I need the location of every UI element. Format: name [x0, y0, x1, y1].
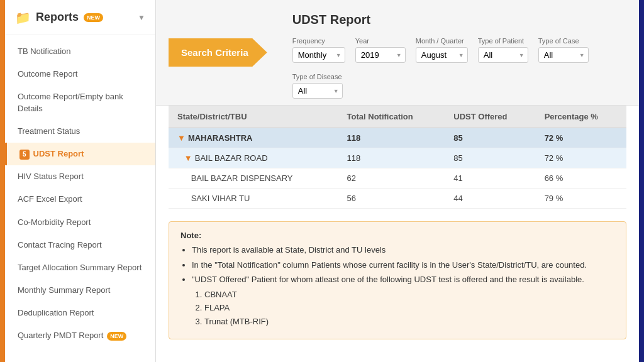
report-title: UDST Report [292, 13, 626, 27]
type-case-select-wrapper: All [538, 47, 589, 63]
note-list: This report is available at State, Distr… [180, 244, 614, 327]
sidebar-item-quarterly-pmdt-report[interactable]: Quarterly PMDT ReportNEW [5, 324, 155, 347]
note-sub-point-1: FLAPA [204, 302, 614, 314]
right-accent [639, 0, 644, 362]
table-cell-pct: 72 % [536, 148, 626, 168]
search-criteria-container: Search Criteria [156, 0, 280, 105]
frequency-select-wrapper: MonthlyQuarterlyAnnual [292, 47, 345, 63]
type-case-label: Type of Case [538, 37, 589, 45]
month-label: Month / Quarter [416, 37, 468, 45]
sidebar-title: Reports [36, 11, 79, 24]
frequency-label: Frequency [292, 37, 345, 45]
filter-type-disease: Type of Disease All [292, 73, 343, 99]
month-select-wrapper: JanuaryFebruaryMarchAprilMayJuneJulyAugu… [416, 47, 468, 63]
table-header: State/District/TBUTotal NotificationUDST… [169, 106, 626, 128]
sidebar-item-contact-tracing-report[interactable]: Contact Tracing Report [5, 234, 155, 256]
sidebar: 📁 Reports NEW ▼ TB NotificationOutcome R… [5, 0, 156, 362]
table-cell-total: 118 [338, 148, 445, 168]
table-col-percentage--: Percentage % [536, 106, 626, 128]
main-content: Search Criteria UDST Report Frequency Mo… [156, 0, 639, 362]
note-sub-point-2: Trunat (MTB-RIF) [204, 315, 614, 328]
sidebar-item-target-allocation-summary-report[interactable]: Target Allocation Summary Report [5, 256, 155, 279]
search-criteria-label: Search Criteria [169, 38, 267, 67]
content-area: State/District/TBUTotal NotificationUDST… [156, 106, 639, 362]
type-patient-select-wrapper: All [478, 47, 528, 63]
month-select[interactable]: JanuaryFebruaryMarchAprilMayJuneJulyAugu… [416, 47, 468, 63]
sidebar-nav: TB NotificationOutcome ReportOutcome Rep… [5, 35, 155, 362]
table-cell-pct: 66 % [536, 168, 626, 189]
table-row: SAKI VIHAR TU564479 % [169, 189, 626, 209]
type-patient-label: Type of Patient [478, 37, 528, 45]
note-point-1: In the "Total Notification" column Patie… [192, 259, 614, 272]
table-row: ▼BAIL BAZAR ROAD1188572 % [169, 148, 626, 168]
filter-year: Year 201820192020 [355, 37, 406, 63]
filter-type-patient: Type of Patient All [478, 37, 528, 63]
left-accent [0, 0, 5, 362]
top-section: Search Criteria UDST Report Frequency Mo… [156, 0, 639, 106]
sidebar-item-hiv-status-report[interactable]: HIV Status Report [5, 165, 155, 188]
table-cell-total: 56 [338, 189, 445, 209]
table-col-state-district-tbu: State/District/TBU [169, 106, 338, 128]
sidebar-header: 📁 Reports NEW ▼ [5, 0, 155, 35]
table-cell-total: 62 [338, 168, 445, 189]
table-row: ▼MAHARASHTRA1188572 % [169, 128, 626, 148]
table-cell-name: SAKI VIHAR TU [169, 189, 338, 209]
year-select[interactable]: 201820192020 [355, 47, 406, 63]
type-disease-select[interactable]: All [292, 83, 343, 99]
table-cell-udst: 44 [445, 189, 535, 209]
table-cell-pct: 79 % [536, 189, 626, 209]
data-table: State/District/TBUTotal NotificationUDST… [169, 106, 626, 209]
table-cell-udst: 41 [445, 168, 535, 189]
note-sub-point-0: CBNAAT [204, 288, 614, 301]
table-cell-name: BAIL BAZAR DISPENSARY [169, 168, 338, 189]
table-cell-pct: 72 % [536, 128, 626, 148]
table-container: State/District/TBUTotal NotificationUDST… [156, 106, 639, 215]
table-row: BAIL BAZAR DISPENSARY624166 % [169, 168, 626, 189]
sidebar-item-treatment-status[interactable]: Treatment Status [5, 120, 155, 143]
reports-icon: 📁 [15, 10, 31, 25]
type-disease-label: Type of Disease [292, 73, 343, 80]
table-cell-total: 118 [338, 128, 445, 148]
filters: Frequency MonthlyQuarterlyAnnual Year 20… [292, 37, 626, 99]
chevron-down-icon: ▼ [138, 13, 145, 22]
table-col-total-notification: Total Notification [338, 106, 445, 128]
sidebar-item-acf-excel-export[interactable]: ACF Excel Export [5, 188, 155, 211]
sidebar-item-outcome-report-empty[interactable]: Outcome Report/Empty bank Details [5, 85, 155, 119]
sidebar-item-outcome-report[interactable]: Outcome Report [5, 63, 155, 85]
note-sub-list: CBNAATFLAPATrunat (MTB-RIF) [192, 288, 614, 328]
report-area: UDST Report Frequency MonthlyQuarterlyAn… [280, 0, 639, 105]
filter-type-case: Type of Case All [538, 37, 589, 63]
table-cell-name: ▼MAHARASHTRA [169, 128, 338, 148]
table-body: ▼MAHARASHTRA1188572 % ▼BAIL BAZAR ROAD11… [169, 128, 626, 209]
reports-new-badge: NEW [84, 13, 103, 22]
sidebar-item-tb-notification[interactable]: TB Notification [5, 40, 155, 63]
table-cell-udst: 85 [445, 128, 535, 148]
frequency-select[interactable]: MonthlyQuarterlyAnnual [292, 47, 345, 63]
sidebar-item-udst-report[interactable]: 5UDST Report [5, 143, 155, 165]
year-label: Year [355, 37, 406, 45]
table-cell-udst: 85 [445, 148, 535, 168]
table-col-udst-offered: UDST Offered [445, 106, 535, 128]
sidebar-item-deduplication-report[interactable]: Deduplication Report [5, 302, 155, 324]
note-title: Note: [180, 231, 614, 240]
filter-frequency: Frequency MonthlyQuarterlyAnnual [292, 37, 345, 63]
type-patient-select[interactable]: All [478, 47, 528, 63]
note-point-2: "UDST Offered" Patient for whom atleast … [192, 273, 614, 327]
quarterly-pmdt-report-new-badge: NEW [107, 332, 126, 341]
filter-month: Month / Quarter JanuaryFebruaryMarchApri… [416, 37, 468, 63]
type-case-select[interactable]: All [538, 47, 589, 63]
type-disease-select-wrapper: All [292, 83, 343, 99]
note-point-0: This report is available at State, Distr… [192, 244, 614, 256]
table-cell-name: ▼BAIL BAZAR ROAD [169, 148, 338, 168]
year-select-wrapper: 201820192020 [355, 47, 406, 63]
note-section: Note: This report is available at State,… [169, 221, 626, 339]
sidebar-item-co-morbidity-report[interactable]: Co-Morbidity Report [5, 211, 155, 234]
sidebar-item-monthly-summary-report[interactable]: Monthly Summary Report [5, 279, 155, 302]
